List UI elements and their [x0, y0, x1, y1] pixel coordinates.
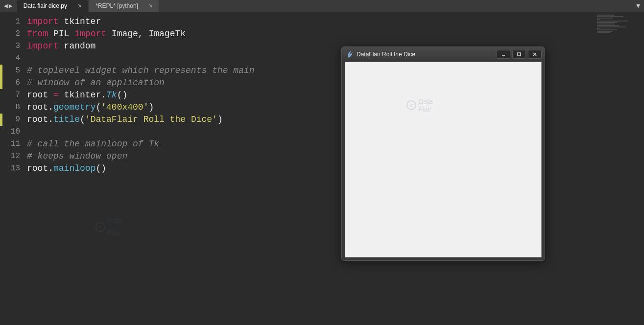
line-number: 4 — [0, 52, 27, 65]
line-number: 1 — [0, 16, 27, 28]
svg-rect-1 — [518, 53, 521, 56]
line-number: 12 — [0, 150, 27, 162]
tkinter-title: DataFlair Roll the Dice — [357, 51, 415, 58]
line-number: 7 — [0, 89, 27, 101]
line-number: 13 — [0, 162, 27, 175]
tab-label: Data flair dice.py — [24, 2, 67, 9]
line-number: 8 — [0, 101, 27, 114]
line-number: 5 — [0, 65, 27, 77]
line-number: 6 — [0, 77, 27, 89]
tkinter-window: DataFlair Roll the Dice ⟲ DataFlair — [341, 46, 545, 261]
editor-area: 12345678910111213 import tkinter from PI… — [0, 12, 644, 325]
close-icon[interactable]: × — [149, 2, 153, 10]
code-area[interactable]: import tkinter from PIL import Image, Im… — [27, 12, 644, 325]
line-number: 10 — [0, 126, 27, 138]
maximize-button[interactable] — [512, 50, 526, 59]
line-number: 11 — [0, 138, 27, 150]
watermark: ⟲ DataFlair — [95, 215, 122, 239]
tab-file[interactable]: Data flair dice.py × — [17, 0, 88, 12]
line-number-gutter: 12345678910111213 — [0, 12, 27, 325]
tkinter-titlebar[interactable]: DataFlair Roll the Dice — [342, 47, 545, 62]
close-icon[interactable]: × — [78, 2, 82, 10]
tk-app-icon — [347, 51, 354, 58]
back-icon[interactable]: ◀ — [4, 2, 8, 10]
menu-dropdown-icon[interactable]: ▼ — [636, 2, 640, 10]
watermark: ⟲ DataFlair — [406, 97, 433, 113]
close-button[interactable] — [528, 50, 542, 59]
tab-bar: Data flair dice.py × *REPL* [python] × — [17, 0, 160, 12]
nav-arrows: ◀ ▶ — [4, 2, 13, 10]
minimize-button[interactable] — [497, 50, 510, 59]
line-number: 3 — [0, 40, 27, 52]
line-number: 9 — [0, 114, 27, 126]
tab-label: *REPL* [python] — [95, 2, 138, 9]
editor-titlebar: ◀ ▶ Data flair dice.py × *REPL* [python]… — [0, 0, 644, 12]
tab-repl[interactable]: *REPL* [python] × — [89, 0, 159, 12]
minimap[interactable] — [597, 15, 641, 29]
line-number: 2 — [0, 28, 27, 40]
tkinter-content: ⟲ DataFlair — [345, 62, 542, 257]
forward-icon[interactable]: ▶ — [9, 2, 13, 10]
